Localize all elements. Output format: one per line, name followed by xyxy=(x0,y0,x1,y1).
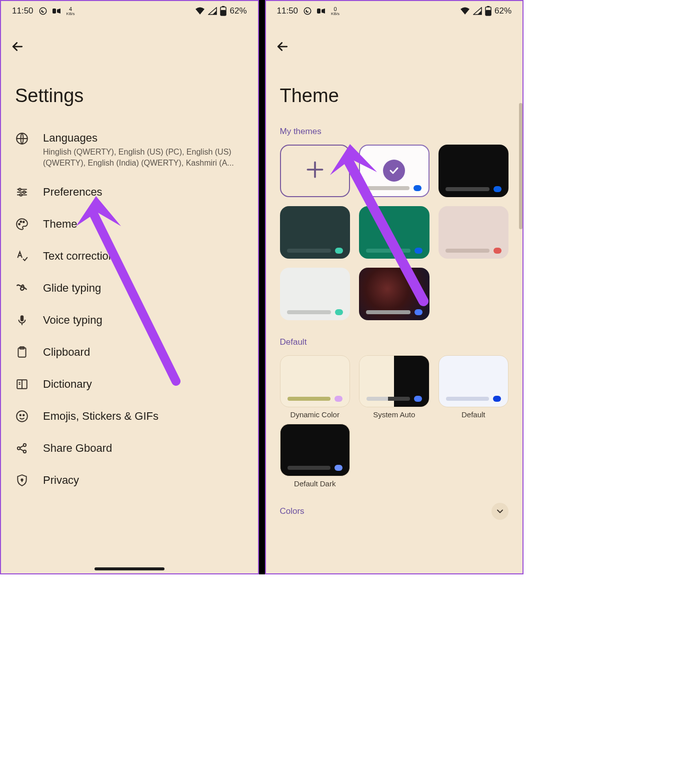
sliders-icon xyxy=(15,185,29,199)
settings-label: Voice typing xyxy=(43,314,102,327)
settings-label: Emojis, Stickers & GIFs xyxy=(43,410,158,423)
svg-point-7 xyxy=(23,191,25,193)
theme-card-selected[interactable] xyxy=(359,145,430,197)
svg-point-6 xyxy=(19,189,21,191)
settings-item-preferences[interactable]: Preferences xyxy=(1,176,258,208)
svg-point-17 xyxy=(20,415,21,416)
settings-item-clipboard[interactable]: Clipboard xyxy=(1,336,258,368)
svg-rect-27 xyxy=(486,10,491,16)
settings-item-glide-typing[interactable]: Glide typing xyxy=(1,272,258,304)
globe-icon xyxy=(15,132,29,146)
settings-label: Share Gboard xyxy=(43,442,112,455)
settings-item-dictionary[interactable]: Dictionary xyxy=(1,368,258,400)
frame-divider xyxy=(259,0,265,574)
settings-item-privacy[interactable]: Privacy xyxy=(1,464,258,496)
settings-screen: 11:50 4 KB/s 62% xyxy=(0,0,259,574)
cellular-icon xyxy=(473,7,482,15)
settings-item-theme[interactable]: Theme xyxy=(1,208,258,240)
theme-card[interactable] xyxy=(280,268,350,320)
page-title: Settings xyxy=(1,59,258,122)
call-duo-icon xyxy=(52,8,62,15)
svg-point-16 xyxy=(16,411,28,422)
svg-rect-4 xyxy=(220,10,226,16)
svg-point-23 xyxy=(304,8,311,15)
settings-label: Clipboard xyxy=(43,346,90,359)
network-speed: 4 KB/s xyxy=(66,7,75,16)
back-icon[interactable] xyxy=(275,39,514,54)
theme-card[interactable] xyxy=(438,206,509,259)
plus-icon xyxy=(304,159,326,183)
whatsapp-icon xyxy=(38,7,48,16)
settings-item-text-correction[interactable]: Text correction xyxy=(1,240,258,272)
settings-item-languages[interactable]: Languages Hinglish (QWERTY), English (US… xyxy=(1,124,258,176)
svg-point-11 xyxy=(23,221,24,223)
settings-label: Preferences xyxy=(43,186,102,199)
call-duo-icon xyxy=(317,8,326,15)
shield-icon xyxy=(15,473,29,487)
section-header-default: Default xyxy=(266,332,523,355)
page-title: Theme xyxy=(266,59,523,122)
add-theme-button[interactable] xyxy=(280,145,350,197)
svg-point-8 xyxy=(20,194,22,196)
wifi-icon xyxy=(195,7,205,15)
status-bar: 11:50 0 KB/s 62% xyxy=(266,1,523,21)
theme-caption: System Auto xyxy=(373,410,415,419)
theme-caption: Dynamic Color xyxy=(290,410,340,419)
settings-label: Glide typing xyxy=(43,282,101,295)
section-header-colors[interactable]: Colors xyxy=(266,498,523,528)
settings-label: Text correction xyxy=(43,250,114,263)
section-label: Colors xyxy=(280,506,304,516)
svg-point-9 xyxy=(18,224,20,225)
svg-point-10 xyxy=(20,221,22,223)
book-icon xyxy=(15,377,29,391)
network-speed: 0 KB/s xyxy=(331,7,340,16)
battery-icon xyxy=(220,6,226,16)
default-themes-grid: Dynamic Color System Auto Default Defaul… xyxy=(266,355,523,498)
gesture-nav-bar xyxy=(94,567,164,570)
settings-item-emojis[interactable]: Emojis, Stickers & GIFs xyxy=(1,400,258,432)
svg-rect-24 xyxy=(317,9,320,14)
battery-percent: 62% xyxy=(230,6,246,16)
battery-percent: 62% xyxy=(494,6,512,16)
settings-sublabel: Hinglish (QWERTY), English (US) (PC), En… xyxy=(43,147,244,168)
theme-caption: Default xyxy=(462,410,486,419)
back-icon[interactable] xyxy=(10,39,249,54)
settings-label: Languages xyxy=(43,132,244,145)
theme-card-default[interactable] xyxy=(438,355,509,408)
mic-icon xyxy=(15,313,29,327)
emoji-icon xyxy=(15,409,29,423)
settings-list: Languages Hinglish (QWERTY), English (US… xyxy=(1,122,258,498)
gesture-icon xyxy=(15,281,29,295)
share-icon xyxy=(15,441,29,455)
settings-item-share[interactable]: Share Gboard xyxy=(1,432,258,464)
theme-card[interactable] xyxy=(359,206,430,259)
theme-screen: 11:50 0 KB/s 62% xyxy=(265,0,524,574)
spellcheck-icon xyxy=(15,249,29,263)
settings-label: Dictionary xyxy=(43,378,92,391)
svg-point-18 xyxy=(23,415,24,416)
svg-rect-12 xyxy=(20,315,24,321)
cellular-icon xyxy=(208,7,217,15)
settings-label: Privacy xyxy=(43,474,79,487)
palette-icon xyxy=(15,217,29,231)
wifi-icon xyxy=(460,7,470,15)
section-header-mythemes: My themes xyxy=(266,122,523,145)
theme-card-photo[interactable] xyxy=(359,268,430,320)
scrollbar[interactable] xyxy=(519,103,522,229)
theme-card-system-auto[interactable] xyxy=(359,355,430,408)
battery-icon xyxy=(485,6,492,16)
chevron-down-icon xyxy=(492,503,508,520)
theme-caption: Default Dark xyxy=(294,479,336,488)
status-time: 11:50 xyxy=(12,6,34,16)
status-bar: 11:50 4 KB/s 62% xyxy=(1,1,258,21)
clipboard-icon xyxy=(15,345,29,359)
my-themes-grid xyxy=(266,145,523,332)
theme-card[interactable] xyxy=(438,145,509,197)
theme-card[interactable] xyxy=(280,206,350,259)
settings-item-voice-typing[interactable]: Voice typing xyxy=(1,304,258,336)
theme-card-default-dark[interactable] xyxy=(280,424,350,476)
settings-label: Theme xyxy=(43,218,77,231)
theme-card-dynamic[interactable] xyxy=(280,355,350,408)
svg-rect-1 xyxy=(52,9,56,14)
check-icon xyxy=(383,160,405,182)
